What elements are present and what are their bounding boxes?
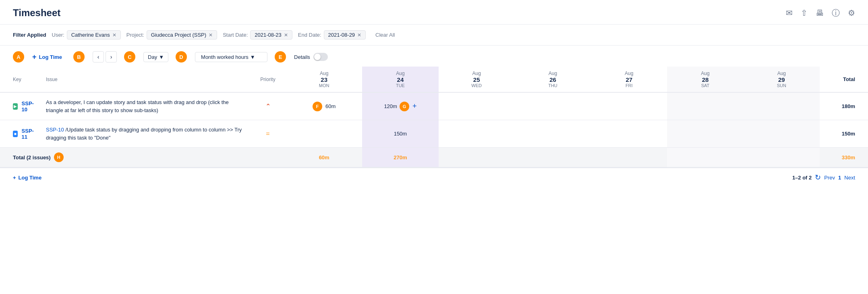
start-date-close[interactable]: ✕ [284,32,288,38]
upload-icon[interactable]: ⇧ [801,8,808,18]
refresh-icon[interactable]: ↻ [815,173,821,182]
badge-a: A [13,51,24,63]
prev-arrow[interactable]: ‹ [93,51,104,63]
timesheet-page: Timesheet ✉ ⇧ 🖶 ⓘ ⚙ Filter Applied User:… [0,0,868,294]
wed-dow: WED [444,83,509,88]
day-select[interactable]: Day ▼ [143,52,168,62]
timesheet-table-wrap: Key Issue Priority Aug 23 MON Aug 24 TUE [0,67,868,168]
col-header-wed: Aug 25 WED [439,67,515,92]
end-date-chip[interactable]: 2021-08-29 ✕ [324,30,366,40]
total-row: Total (2 issues) H 60m 270m [0,148,868,168]
toolbar: A + Log Time B ‹ › C Day ▼ D Month worke… [0,46,868,67]
user-filter-chip[interactable]: Catherine Evans ✕ [67,30,121,40]
badge-b: B [73,51,85,63]
user-filter-label: User: [52,32,64,38]
project-filter-chip[interactable]: Giudecca Project (SSP) ✕ [147,30,217,40]
project-filter-close[interactable]: ✕ [209,32,213,38]
sat-dow: SAT [673,83,737,88]
details-label: Details [294,54,310,60]
sun-dow: SUN [749,83,814,88]
footer-plus-icon: + [13,175,16,181]
header: Timesheet ✉ ⇧ 🖶 ⓘ ⚙ [0,0,868,25]
row2-key[interactable]: SSP-11 [22,128,35,140]
day-dropdown-icon: ▼ [159,54,164,60]
total-mon: 60m [286,148,362,168]
mon-month: Aug [292,71,356,76]
settings-icon[interactable]: ⚙ [848,8,855,18]
next-arrow[interactable]: › [106,51,117,63]
details-toggle-switch[interactable] [313,53,328,61]
details-toggle: Details [294,53,328,61]
help-icon[interactable]: ⓘ [832,8,840,19]
row1-mon-time: 60m [325,103,336,109]
medium-priority-icon: = [266,130,269,137]
col-header-issue: Issue [40,67,250,92]
row1-thu [515,92,591,120]
total-label: Total (2 issues) [13,154,51,161]
page-title: Timesheet [13,7,60,19]
row1-key-cell: ▶ SSP-10 [0,92,40,120]
row1-sat [667,92,743,120]
row1-total: 180m [820,92,868,120]
total-grand: 330m [820,148,868,168]
add-time-button[interactable]: + [412,102,417,111]
clear-all-button[interactable]: Clear All [375,32,395,38]
col-header-sun: Aug 29 SUN [744,67,820,92]
month-hours-select[interactable]: Month worked hours ▼ [195,52,267,62]
month-hours-dropdown-icon: ▼ [250,54,255,60]
total-label-cell: Total (2 issues) H [0,148,286,168]
sun-month: Aug [749,71,814,76]
badge-g: G [400,102,409,111]
prev-page[interactable]: Prev [824,175,835,181]
row1-key[interactable]: SSP-10 [22,100,35,113]
user-filter-group: User: Catherine Evans ✕ [52,30,121,40]
col-header-thu: Aug 26 THU [515,67,591,92]
sat-day: 28 [673,76,737,83]
start-date-value: 2021-08-23 [255,32,282,38]
project-filter-group: Project: Giudecca Project (SSP) ✕ [126,30,217,40]
table-row: ■ SSP-11 SSP-10 /Update task status by d… [0,120,868,148]
row2-parent-link[interactable]: SSP-10 [46,127,64,133]
pagination-count: 1–2 of 2 [792,175,812,181]
end-date-close[interactable]: ✕ [357,32,361,38]
next-page[interactable]: Next [844,175,855,181]
total-sun [744,148,820,168]
col-header-key: Key [0,67,40,92]
col-header-priority: Priority [250,67,286,92]
row2-fri [591,120,667,148]
footer-log-time[interactable]: + Log Time [13,175,41,181]
row1-issue-cell: As a developer, I can update story and t… [40,92,250,120]
footer: + Log Time 1–2 of 2 ↻ Prev 1 Next [0,168,868,187]
row1-tue-time: 120m [384,103,397,109]
page-number[interactable]: 1 [838,175,841,181]
header-icon-group: ✉ ⇧ 🖶 ⓘ ⚙ [786,8,855,19]
user-filter-close[interactable]: ✕ [112,32,116,38]
fri-dow: FRI [597,83,661,88]
log-time-label: Log Time [39,54,62,60]
log-time-button[interactable]: + Log Time [32,53,62,61]
row2-mon [286,120,362,148]
table-row: ▶ SSP-10 As a developer, I can update st… [0,92,868,120]
mail-icon[interactable]: ✉ [786,8,793,18]
print-icon[interactable]: 🖶 [816,8,824,18]
row1-tue: 120m G + [362,92,438,120]
row2-sat [667,120,743,148]
total-fri [591,148,667,168]
total-mon-time: 60m [319,154,329,161]
total-wed [439,148,515,168]
tue-dow: TUE [368,83,433,88]
filter-bar: Filter Applied User: Catherine Evans ✕ P… [0,25,868,46]
row2-wed [439,120,515,148]
badge-c: C [124,51,135,63]
row2-issue-cell: SSP-10 /Update task status by dragging a… [40,120,250,148]
row2-total: 150m [820,120,868,148]
row2-key-cell: ■ SSP-11 [0,120,40,148]
user-filter-value: Catherine Evans [71,32,110,38]
row2-thu [515,120,591,148]
timesheet-table: Key Issue Priority Aug 23 MON Aug 24 TUE [0,67,868,168]
wed-month: Aug [444,71,509,76]
footer-log-label: Log Time [19,175,42,181]
start-date-chip[interactable]: 2021-08-23 ✕ [250,30,292,40]
high-priority-icon: ⌃ [265,103,271,110]
sun-day: 29 [749,76,814,83]
